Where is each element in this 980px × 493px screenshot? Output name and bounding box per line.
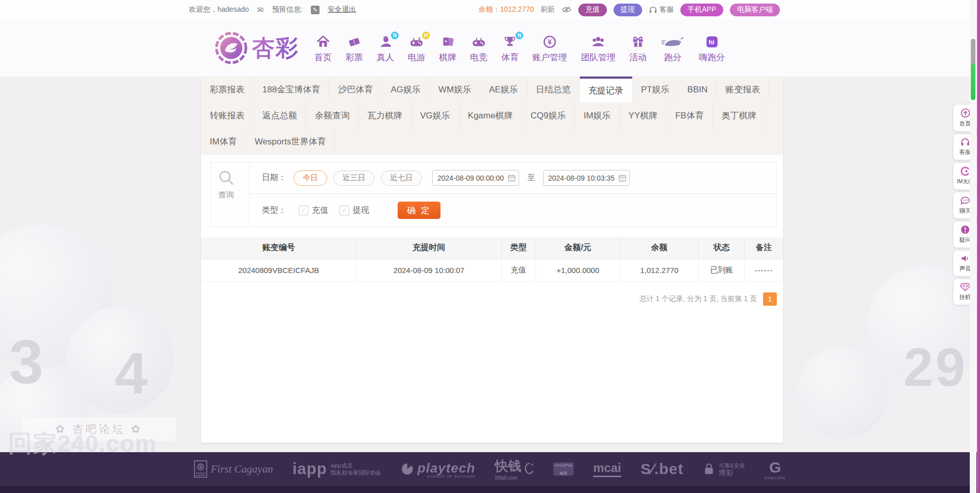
range-7days-button[interactable]: 近七日 bbox=[381, 170, 422, 186]
brand-emblem-icon bbox=[214, 31, 248, 65]
cards-icon bbox=[440, 33, 455, 49]
watermark-site: 回家240.com bbox=[8, 428, 157, 460]
mail-icon[interactable]: ✉ bbox=[257, 5, 264, 15]
tab-shaba-sport[interactable]: 沙巴体育 bbox=[329, 77, 382, 103]
tab-account-change-report[interactable]: 账变报表 bbox=[717, 77, 769, 103]
new-badge: N bbox=[391, 32, 399, 39]
tab-deposit-withdraw-records[interactable]: 充提记录 bbox=[580, 77, 632, 103]
tab-wali[interactable]: 瓦力棋牌 bbox=[359, 103, 411, 129]
table-row: 20240809VBCEICFAJB 2024-08-09 10:00:07 充… bbox=[201, 259, 783, 282]
nav-item-paofen[interactable]: 跑分 bbox=[660, 33, 685, 63]
brand-logo[interactable]: 杏彩 bbox=[214, 31, 299, 65]
checkbox-icon: ✓ bbox=[339, 206, 349, 215]
gamcare-logo: GGAMCARE bbox=[765, 459, 786, 480]
nav-item-account[interactable]: ¥ 账户管理 bbox=[532, 33, 567, 63]
eye-off-icon[interactable] bbox=[561, 6, 572, 14]
tab-im-game[interactable]: IM娱乐 bbox=[575, 103, 620, 129]
im-recharge-icon bbox=[961, 166, 970, 176]
calendar-icon[interactable] bbox=[508, 174, 516, 182]
main-panel: 彩票报表 188金宝博体育 沙巴体育 AG娱乐 WM娱乐 AE娱乐 日结总览 充… bbox=[201, 77, 783, 442]
mobile-app-button[interactable]: 手机APP bbox=[680, 4, 723, 16]
refresh-button[interactable]: 刷新 bbox=[541, 5, 555, 14]
pc-client-button[interactable]: 电脑客户端 bbox=[730, 4, 780, 16]
tab-daily-summary[interactable]: 日结总览 bbox=[527, 77, 580, 103]
balance-label: 余额： bbox=[479, 5, 500, 13]
nav-item-hi-paofen[interactable]: hi 嗨跑分 bbox=[699, 33, 725, 63]
withdraw-checkbox[interactable]: ✓ 提现 bbox=[339, 205, 369, 216]
nav-item-sports[interactable]: N 体育 bbox=[501, 33, 519, 63]
rhino-icon bbox=[660, 33, 685, 49]
site-header: 杏彩 首页 彩票 N 真人 H 电游 bbox=[0, 19, 980, 77]
back-top-icon bbox=[961, 108, 970, 118]
nav-item-promos[interactable]: 活动 bbox=[629, 33, 647, 63]
balance-value: 1012.2770 bbox=[500, 5, 534, 13]
tab-yy[interactable]: YY棋牌 bbox=[620, 103, 667, 129]
tab-lottery-report[interactable]: 彩票报表 bbox=[201, 77, 254, 103]
range-today-button[interactable]: 今日 bbox=[293, 170, 327, 186]
scrollbar-indicator[interactable] bbox=[971, 63, 975, 100]
deposit-button[interactable]: 充值 bbox=[578, 4, 607, 16]
tab-im-sport[interactable]: IM体育 bbox=[201, 129, 246, 155]
tab-vg[interactable]: VG娱乐 bbox=[411, 103, 459, 129]
col-time: 充提时间 bbox=[356, 237, 501, 259]
chat-bubble-icon bbox=[960, 196, 970, 205]
tab-ag[interactable]: AG娱乐 bbox=[382, 77, 430, 103]
date-from-input[interactable]: 2024-08-09 00:00:00 bbox=[432, 170, 519, 186]
query-label: 查询 bbox=[218, 190, 249, 201]
nav-item-team[interactable]: 团队管理 bbox=[581, 33, 616, 63]
coin-yuan-icon: ¥ bbox=[542, 33, 557, 49]
deposit-checkbox[interactable]: ✓ 充值 bbox=[299, 205, 328, 216]
withdraw-button[interactable]: 提现 bbox=[614, 4, 642, 16]
nav-item-home[interactable]: 首页 bbox=[314, 33, 332, 63]
col-status: 状态 bbox=[699, 237, 745, 259]
esports-gamepad-icon bbox=[471, 33, 486, 49]
customer-service-link[interactable]: 客服 bbox=[649, 5, 674, 14]
tab-kgame[interactable]: Kgame棋牌 bbox=[459, 103, 522, 129]
col-amount: 金额/元 bbox=[535, 237, 620, 259]
first-cagayan-logo: First Cagayan bbox=[194, 460, 273, 478]
tab-aoding[interactable]: 奥丁棋牌 bbox=[713, 103, 766, 129]
checkbox-icon: ✓ bbox=[299, 206, 308, 215]
tab-balance-query[interactable]: 余额查询 bbox=[306, 103, 359, 129]
gift-icon bbox=[630, 33, 646, 49]
ticket-icon bbox=[347, 33, 362, 49]
cell-type: 充值 bbox=[501, 259, 535, 282]
table-header-row: 账变编号 充提时间 类型 金额/元 余额 状态 备注 bbox=[201, 237, 783, 259]
range-3days-button[interactable]: 近三日 bbox=[333, 170, 375, 186]
search-icon bbox=[218, 169, 249, 188]
tab-cq9[interactable]: CQ9娱乐 bbox=[522, 103, 575, 129]
svg-text:¥: ¥ bbox=[548, 38, 552, 46]
main-nav: 首页 彩票 N 真人 H 电游 棋牌 bbox=[314, 33, 725, 63]
nav-item-esports[interactable]: 电竞 bbox=[470, 33, 487, 63]
exclaim-icon bbox=[961, 225, 970, 234]
tab-ae[interactable]: AE娱乐 bbox=[480, 77, 527, 103]
svg-text:hi: hi bbox=[708, 38, 714, 46]
edit-icon[interactable]: ✎ bbox=[311, 6, 320, 14]
calendar-icon[interactable] bbox=[619, 174, 626, 182]
service-label: 客服 bbox=[659, 5, 674, 14]
type-label: 类型： bbox=[262, 205, 286, 216]
tab-transfer-report[interactable]: 转账报表 bbox=[201, 103, 254, 129]
pagination-summary: 总计 1 个记录, 分为 1 页, 当前第 1 页 bbox=[640, 294, 757, 304]
nav-item-lottery[interactable]: 彩票 bbox=[346, 33, 363, 63]
tab-fb-sport[interactable]: FB体育 bbox=[667, 103, 713, 129]
nav-item-boardgames[interactable]: 棋牌 bbox=[439, 33, 456, 63]
logout-link[interactable]: 安全退出 bbox=[328, 5, 356, 14]
hot-badge: H bbox=[422, 32, 430, 39]
decor-ball bbox=[796, 347, 888, 439]
tab-pt[interactable]: PT娱乐 bbox=[632, 77, 679, 103]
cell-record-id: 20240809VBCEICFAJB bbox=[201, 259, 356, 282]
page-1-button[interactable]: 1 bbox=[763, 292, 777, 306]
tab-bbin[interactable]: BBIN bbox=[679, 77, 717, 103]
confirm-button[interactable]: 确 定 bbox=[398, 202, 440, 219]
secure-gambling-logo: 可靠&安全博彩 bbox=[703, 462, 745, 477]
tab-wesports[interactable]: Wesports世界体育 bbox=[246, 129, 335, 155]
tab-188-sport[interactable]: 188金宝博体育 bbox=[254, 77, 329, 103]
date-to-input[interactable]: 2024-08-09 10:03:35 bbox=[543, 170, 630, 186]
query-side: 查询 bbox=[211, 162, 250, 227]
nav-item-slots[interactable]: H 电游 bbox=[408, 33, 425, 63]
tab-rebate-total[interactable]: 返点总额 bbox=[254, 103, 306, 129]
nav-item-live[interactable]: N 真人 bbox=[377, 33, 394, 63]
tab-wm[interactable]: WM娱乐 bbox=[430, 77, 480, 103]
col-balance: 余额 bbox=[620, 237, 699, 259]
